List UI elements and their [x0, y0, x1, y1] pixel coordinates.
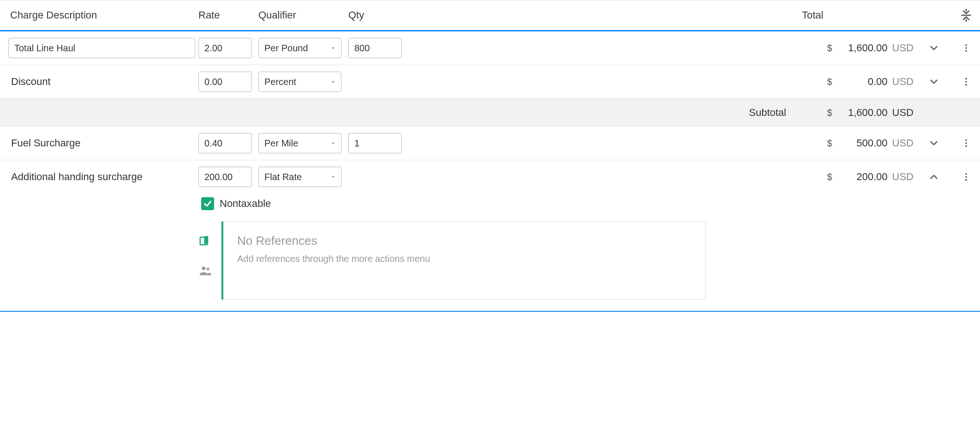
svg-point-14	[965, 179, 967, 181]
svg-point-7	[965, 81, 967, 83]
amount-value: 200.00	[837, 171, 888, 183]
row-total: $ 1,600.00 USD	[800, 42, 915, 54]
more-actions-icon[interactable]	[961, 43, 971, 53]
header-qty: Qty	[348, 9, 445, 21]
more-actions-icon[interactable]	[961, 77, 971, 87]
nontaxable-label: Nontaxable	[220, 198, 271, 210]
currency-code: USD	[892, 42, 914, 54]
collapse-all-icon[interactable]	[960, 9, 973, 22]
svg-point-5	[965, 50, 967, 52]
rate-input[interactable]	[198, 38, 252, 58]
rate-input[interactable]	[198, 72, 252, 92]
qualifier-value: Per Pound	[264, 43, 308, 54]
svg-point-8	[965, 84, 967, 86]
currency-symbol: $	[827, 138, 832, 149]
qty-input[interactable]	[348, 133, 402, 153]
charge-description-label: Additional handing surcharge	[8, 171, 143, 182]
expand-row-icon[interactable]	[928, 42, 940, 54]
currency-code: USD	[892, 107, 914, 119]
subtotal-label: Subtotal	[445, 107, 800, 119]
table-row: Additional handing surcharge Flat Rate $…	[0, 160, 980, 194]
svg-point-11	[965, 145, 967, 147]
collapse-row-icon[interactable]	[928, 171, 940, 183]
currency-symbol: $	[827, 43, 832, 54]
people-tab-icon[interactable]	[198, 264, 212, 278]
table-row: Fuel Surcharge Per Mile $ 500.00 USD	[0, 127, 980, 160]
row-total: $ 0.00 USD	[800, 76, 915, 88]
more-actions-icon[interactable]	[961, 172, 971, 182]
currency-symbol: $	[827, 108, 832, 118]
charge-description-label: Discount	[8, 76, 51, 87]
amount-value: 0.00	[837, 76, 888, 88]
header-rate: Rate	[198, 9, 258, 21]
svg-point-9	[965, 139, 967, 141]
references-tab-icon[interactable]	[198, 233, 212, 247]
qualifier-value: Per Mile	[264, 138, 298, 149]
header-total: Total	[800, 9, 915, 21]
row-total: $ 200.00 USD	[800, 171, 915, 183]
svg-point-10	[965, 142, 967, 144]
svg-point-6	[965, 78, 967, 80]
nontaxable-checkbox[interactable]	[201, 197, 214, 210]
charge-description-input[interactable]	[8, 38, 195, 58]
subtotal-total: $ 1,600.00 USD	[800, 107, 915, 119]
rate-input[interactable]	[198, 167, 252, 187]
svg-point-12	[965, 173, 967, 175]
subtotal-row: Subtotal $ 1,600.00 USD	[0, 99, 980, 127]
references-empty-subtitle: Add references through the more actions …	[237, 254, 692, 264]
qualifier-select[interactable]: Per Pound	[258, 38, 341, 58]
qualifier-select[interactable]: Per Mile	[258, 133, 341, 153]
amount-value: 1,600.00	[837, 42, 888, 54]
currency-symbol: $	[827, 77, 832, 87]
currency-symbol: $	[827, 172, 832, 182]
currency-code: USD	[892, 171, 914, 183]
amount-value: 500.00	[837, 137, 888, 149]
qualifier-select[interactable]: Percent	[258, 72, 341, 92]
rate-input[interactable]	[198, 133, 252, 153]
svg-point-16	[202, 267, 205, 270]
qty-input[interactable]	[348, 38, 402, 58]
svg-point-17	[207, 267, 209, 270]
references-empty-title: No References	[237, 234, 692, 248]
qualifier-select[interactable]: Flat Rate	[258, 167, 341, 187]
svg-point-3	[965, 44, 967, 46]
qualifier-value: Flat Rate	[264, 172, 302, 182]
header-qualifier: Qualifier	[258, 9, 348, 21]
expand-row-icon[interactable]	[928, 76, 940, 88]
more-actions-icon[interactable]	[961, 138, 971, 148]
table-row: Per Pound $ 1,600.00 USD	[0, 31, 980, 65]
currency-code: USD	[892, 137, 914, 149]
charge-description-label: Fuel Surcharge	[8, 137, 80, 149]
amount-value: 1,600.00	[837, 107, 888, 119]
svg-point-13	[965, 176, 967, 178]
references-panel: No References Add references through the…	[221, 221, 706, 300]
table-header-row: Charge Description Rate Qualifier Qty To…	[0, 0, 980, 31]
row-total: $ 500.00 USD	[800, 137, 915, 149]
header-charge-description: Charge Description	[0, 9, 198, 21]
qualifier-value: Percent	[264, 77, 296, 87]
expand-row-icon[interactable]	[928, 137, 940, 149]
currency-code: USD	[892, 76, 914, 88]
charges-table: Charge Description Rate Qualifier Qty To…	[0, 0, 980, 312]
svg-point-4	[965, 47, 967, 49]
table-row: Discount Percent $ 0.00 USD	[0, 65, 980, 99]
row-detail-panel: Nontaxable	[0, 194, 980, 311]
